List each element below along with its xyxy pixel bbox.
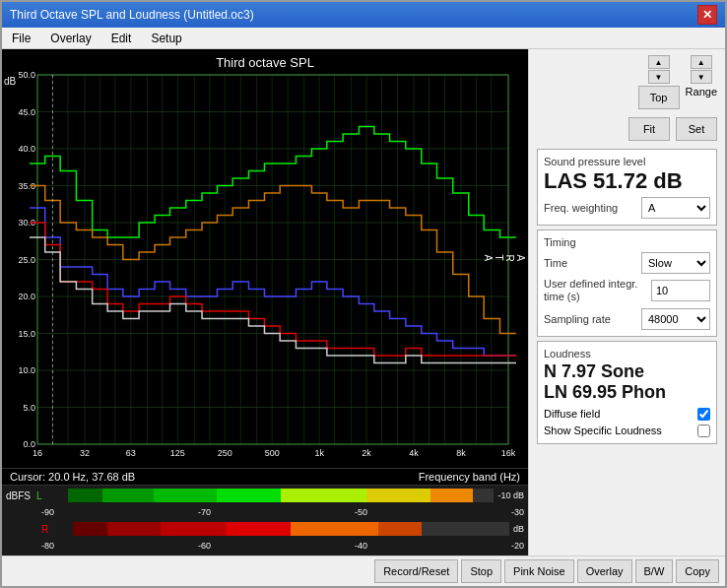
pink-noise-button[interactable]: Pink Noise: [504, 559, 574, 583]
user-integr-input[interactable]: [651, 280, 710, 301]
sampling-label: Sampling rate: [544, 313, 611, 325]
spl-canvas: [2, 49, 528, 468]
overlay-button[interactable]: Overlay: [577, 559, 632, 583]
spl-section: Sound pressure level LAS 51.72 dB Freq. …: [537, 149, 717, 226]
loudness-label: Loudness: [544, 348, 710, 359]
level-scale-r: [73, 522, 509, 536]
set-button[interactable]: Set: [676, 117, 717, 141]
chart-bottom-info: Cursor: 20.0 Hz, 37.68 dB Frequency band…: [2, 468, 528, 485]
freq-label: Frequency band (Hz): [419, 471, 520, 483]
range-down-arrow[interactable]: ▼: [691, 70, 712, 84]
nav-controls: ▲ ▼ Top ▲ ▼ Range: [537, 55, 717, 109]
menu-bar: File Overlay Edit Setup: [2, 28, 725, 49]
bottom-toolbar: Record/Reset Stop Pink Noise Overlay B/W…: [2, 555, 725, 586]
top-down-arrow[interactable]: ▼: [648, 70, 670, 84]
nav-arrows-range: ▲ ▼: [691, 55, 712, 84]
window-title: Third Octave SPL and Loudness (Untitled.…: [10, 8, 254, 22]
top-button[interactable]: Top: [638, 86, 680, 109]
diffuse-row: Diffuse field: [544, 408, 710, 421]
record-reset-button[interactable]: Record/Reset: [374, 559, 458, 583]
user-integr-label: User defined integr. time (s): [544, 278, 642, 303]
nav-group-top: ▲ ▼ Top: [638, 55, 680, 109]
level-scale-l: [68, 489, 494, 502]
freq-weighting-row: Freq. weighting A C Z: [544, 197, 710, 219]
copy-button[interactable]: Copy: [676, 559, 719, 583]
menu-file[interactable]: File: [6, 30, 36, 47]
loudness-section: Loudness N 7.97 Sone LN 69.95 Phon Diffu…: [537, 341, 717, 444]
diffuse-label: Diffuse field: [544, 408, 600, 420]
sampling-row: Sampling rate 48000 44100 96000: [544, 308, 710, 330]
spl-value: LAS 51.72 dB: [544, 169, 710, 193]
nav-arrows-top: ▲ ▼: [648, 55, 670, 84]
level-row-ticks: -90 -70 -50 -30: [6, 504, 524, 520]
dbfs-label: dBFS: [6, 490, 31, 501]
show-specific-row: Show Specific Loudness: [544, 425, 710, 437]
level-row-l: dBFS L -10 d: [6, 488, 524, 503]
level-bar-r: [73, 522, 509, 536]
freq-weighting-label: Freq. weighting: [544, 202, 618, 214]
show-specific-label: Show Specific Loudness: [544, 425, 662, 436]
menu-setup[interactable]: Setup: [145, 30, 187, 47]
title-bar: Third Octave SPL and Loudness (Untitled.…: [2, 2, 725, 28]
bw-button[interactable]: B/W: [635, 559, 674, 583]
spl-section-label: Sound pressure level: [544, 156, 710, 167]
time-label: Time: [544, 257, 567, 269]
range-up-arrow[interactable]: ▲: [691, 55, 712, 69]
chart-area: Third octave SPL ARTA Cursor: 20.0 Hz, 3…: [2, 49, 528, 555]
main-content: Third octave SPL ARTA Cursor: 20.0 Hz, 3…: [2, 49, 725, 555]
nav-group-range: ▲ ▼ Range: [686, 55, 717, 109]
level-row-ticks-r: -80 -60 -40 -20: [6, 538, 524, 554]
time-select[interactable]: Slow Fast Impulse: [641, 252, 710, 274]
range-label: Range: [686, 86, 717, 98]
fit-set-row: Fit Set: [537, 117, 717, 141]
timing-section: Timing Time Slow Fast Impulse User defin…: [537, 229, 717, 336]
main-window: Third Octave SPL and Loudness (Untitled.…: [0, 0, 727, 588]
level-row-r: R dB: [6, 521, 524, 537]
level-bar-l: [68, 489, 494, 502]
l-tick-right: -10 dB: [497, 490, 524, 500]
l-label: L: [36, 490, 66, 501]
level-ticks-top: -90 -70 -50 -30: [41, 507, 524, 517]
range-label-row: Range: [686, 86, 717, 98]
menu-edit[interactable]: Edit: [105, 30, 138, 47]
show-specific-checkbox[interactable]: [697, 425, 710, 437]
level-meter: dBFS L -10 d: [2, 485, 528, 555]
freq-weighting-select[interactable]: A C Z: [641, 197, 710, 219]
diffuse-checkbox[interactable]: [697, 408, 710, 421]
menu-overlay[interactable]: Overlay: [44, 30, 97, 47]
chart-container: Third octave SPL ARTA: [2, 49, 528, 468]
fit-button[interactable]: Fit: [628, 117, 670, 141]
stop-button[interactable]: Stop: [461, 559, 501, 583]
timing-label: Timing: [544, 236, 710, 248]
level-ticks-bottom: -80 -60 -40 -20: [41, 541, 524, 551]
right-panel: ▲ ▼ Top ▲ ▼ Range Fit Set: [528, 49, 725, 555]
sampling-select[interactable]: 48000 44100 96000: [641, 308, 710, 330]
user-integr-row: User defined integr. time (s): [544, 278, 710, 303]
time-row: Time Slow Fast Impulse: [544, 252, 710, 274]
ln-value: LN 69.95 Phon: [544, 382, 710, 404]
close-button[interactable]: ✕: [697, 5, 717, 25]
r-label: R: [41, 524, 71, 535]
n-value: N 7.97 Sone: [544, 361, 710, 383]
cursor-text: Cursor: 20.0 Hz, 37.68 dB: [10, 471, 135, 483]
top-up-arrow[interactable]: ▲: [648, 55, 670, 69]
r-tick-right: dB: [513, 524, 524, 534]
